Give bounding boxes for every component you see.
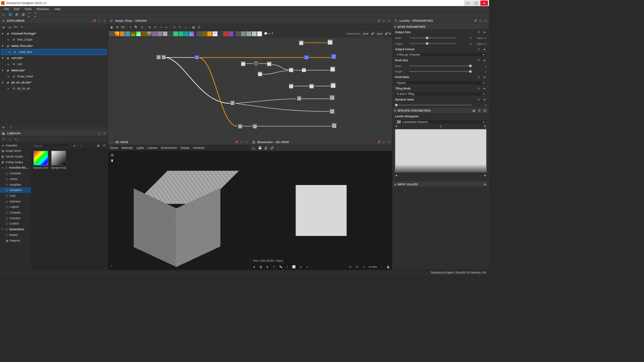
sw-24-icon[interactable] <box>235 31 240 36</box>
tree-item[interactable]: ▸⊞pb_mr_ah <box>0 85 108 92</box>
reset-icon[interactable]: ↺ <box>477 58 481 62</box>
sw-14-icon[interactable] <box>178 31 183 36</box>
library-category[interactable]: ▢Cast <box>0 193 31 199</box>
node[interactable] <box>309 84 314 89</box>
reset-icon[interactable]: ↺ <box>477 98 481 102</box>
exp-tool-2-icon[interactable]: 🗀 <box>8 25 12 29</box>
gt-camera-icon[interactable]: 📷 <box>120 24 125 29</box>
node[interactable] <box>253 124 257 129</box>
v2t-hist-icon[interactable]: 📊 <box>292 265 296 269</box>
library-category[interactable]: ▢Logical <box>0 204 31 210</box>
tree-item[interactable]: ▾◈rust.sbs* <box>0 55 108 61</box>
v3d-close-icon[interactable]: ✕ <box>245 140 249 144</box>
sw-19-icon[interactable] <box>207 31 212 36</box>
library-category[interactable]: ▢Samplers <box>0 187 31 193</box>
sw-check-icon[interactable] <box>162 31 167 36</box>
tree-item[interactable]: ▾◈metal_floor.sbs* <box>0 43 108 49</box>
pheight-slider[interactable] <box>409 71 472 72</box>
exp-foot-info-icon[interactable]: i <box>9 125 13 129</box>
library-item[interactable]: Sample Color <box>33 151 49 170</box>
sw-13-icon[interactable] <box>173 31 178 36</box>
library-item[interactable]: Sample Gray <box>50 151 67 170</box>
gt-shuffle-icon[interactable]: ⇄ <box>147 24 152 29</box>
node[interactable] <box>299 41 304 45</box>
reset-icon[interactable]: ↺ <box>477 30 481 34</box>
v2t-ruler-icon[interactable]: 📏 <box>279 265 283 269</box>
sw-7-icon[interactable] <box>141 31 146 36</box>
gt-align-icon[interactable]: ☷ <box>153 24 158 29</box>
props-max-icon[interactable]: ▢ <box>479 19 482 23</box>
lib-tool-2-icon[interactable]: ☼ <box>8 137 12 141</box>
hist-handle-l[interactable]: ▼ <box>395 125 398 128</box>
input-values-section[interactable]: ▾ INPUT VALUES⚙ <box>392 181 489 187</box>
node[interactable] <box>289 84 293 89</box>
sp-3-icon[interactable]: ☰ <box>483 109 487 113</box>
library-category[interactable]: ◩FxMap Nodes <box>0 159 31 165</box>
sw-blue-icon[interactable] <box>125 31 130 36</box>
v2d-open-icon[interactable]: 🗀 <box>252 146 256 150</box>
specific-params-section[interactable]: ▾ SPECIFIC PARAMETERS ▤⟳☰ <box>392 108 489 114</box>
node[interactable] <box>195 55 199 60</box>
v2d-pin-icon[interactable]: 📌 <box>377 140 381 144</box>
v3d-camera[interactable]: Camera <box>148 146 158 149</box>
lib-close-icon[interactable]: ✕ <box>103 132 106 135</box>
library-category[interactable]: ▢Control <box>0 221 31 227</box>
exp-foot-1-icon[interactable]: ⇄ <box>2 125 6 129</box>
tiling-select[interactable]: H and V Tiling▾ <box>395 92 487 96</box>
frame-icon[interactable]: ▭ <box>268 32 271 36</box>
base-params-section[interactable]: ▾ BASE PARAMETERS <box>392 24 489 29</box>
format-select[interactable]: 8 Bits per Channel▾ <box>395 52 487 57</box>
sw-25-icon[interactable] <box>241 31 246 36</box>
redo-icon[interactable]: ↷ ▾ <box>35 13 39 17</box>
graph-max-icon[interactable]: ▢ <box>382 19 386 23</box>
library-category[interactable]: ▢Variables <box>0 182 31 187</box>
parent-size-select[interactable]: 256 ▾ <box>362 32 370 36</box>
pwidth-slider[interactable] <box>409 65 472 66</box>
vp-axis-icon[interactable]: ⟀ <box>110 264 114 268</box>
library-category[interactable]: ▾▢Function No... <box>0 165 31 171</box>
v2t-center-icon[interactable]: ⊙ <box>362 265 366 269</box>
gt-link-icon[interactable]: ⇢ <box>158 24 163 29</box>
link-icon[interactable]: ⇄ <box>482 30 486 34</box>
v2d-max-icon[interactable]: ▢ <box>382 140 386 144</box>
graph-canvas[interactable] <box>108 37 392 139</box>
v2d-copy-icon[interactable]: 🗐 <box>264 146 268 150</box>
sp-1-icon[interactable]: ▤ <box>472 109 476 113</box>
maximize-button[interactable]: ▢ <box>472 1 480 6</box>
seed-slider[interactable] <box>395 105 472 106</box>
menu-tools[interactable]: Tools <box>22 6 34 11</box>
gt-zoom-icon[interactable]: 🔍 <box>134 24 139 29</box>
sw-12-icon[interactable] <box>168 31 173 36</box>
node[interactable] <box>230 101 235 106</box>
library-category[interactable]: ▢Compari... <box>0 210 31 216</box>
graph-close-icon[interactable]: ✕ <box>387 19 391 23</box>
v3d-materials[interactable]: Materials <box>121 146 133 149</box>
sw-color-icon[interactable] <box>114 31 119 36</box>
node-output[interactable] <box>330 109 335 114</box>
sw-16-icon[interactable] <box>189 31 194 36</box>
sw-9-icon[interactable] <box>152 31 157 36</box>
tree-item[interactable]: ▾◈pb_mr_ah.sbs* <box>0 79 108 85</box>
exp-tool-3-icon[interactable]: ⚙▾ <box>14 25 18 29</box>
node-output[interactable] <box>330 67 335 72</box>
vp-camera-icon[interactable]: 📹 <box>110 153 114 157</box>
node[interactable] <box>267 62 272 66</box>
sw-gray-icon[interactable] <box>109 31 114 36</box>
histogram[interactable]: 65535 <box>395 129 487 172</box>
height-slider[interactable] <box>409 43 457 44</box>
v2d-save-icon[interactable]: 💾 <box>258 146 262 150</box>
gt-frame-icon[interactable]: ▣ <box>109 24 114 29</box>
undo-icon[interactable]: ↶ ▾ <box>28 13 32 17</box>
gt-grid-icon[interactable]: ▦ <box>191 24 196 29</box>
v2t-layers-icon[interactable]: ◈ <box>252 265 256 269</box>
link-icon[interactable]: ⇄ <box>482 58 486 62</box>
gt-move-icon[interactable]: ✥ <box>115 24 120 29</box>
sw-15-icon[interactable] <box>184 31 189 36</box>
node[interactable] <box>254 62 258 66</box>
props-pin-icon[interactable]: 📌 <box>474 19 477 23</box>
link-icon[interactable]: ⇄ <box>482 75 486 79</box>
saveall-icon[interactable]: 🗐 <box>21 13 25 17</box>
open-icon[interactable]: 🌐 <box>8 13 12 17</box>
v3d-display[interactable]: Display <box>180 146 190 149</box>
node-output[interactable] <box>327 40 332 45</box>
